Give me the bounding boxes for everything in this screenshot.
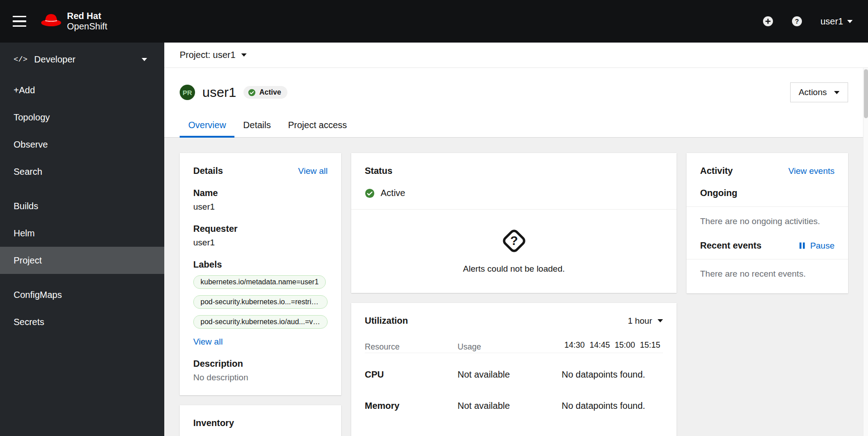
view-events-link[interactable]: View events: [788, 166, 835, 176]
utilization-row-memory: Memory Not available No datapoints found…: [365, 401, 663, 411]
resource-usage: Not available: [458, 369, 562, 380]
sidebar-item-project[interactable]: Project: [0, 247, 164, 274]
tab-overview[interactable]: Overview: [180, 113, 234, 137]
time-axis: 14:30 14:45 15:00 15:15: [562, 340, 663, 350]
label-pill[interactable]: kubernetes.io/metadata.name=user1: [193, 275, 326, 289]
sidebar-item-topology[interactable]: Topology: [0, 104, 164, 131]
usage-column-header: Usage: [458, 340, 562, 352]
redhat-hat-icon: [41, 14, 62, 29]
details-card: Details View all Name user1 Requester us…: [180, 153, 341, 395]
chevron-down-icon: [142, 58, 147, 61]
resource-column-header: Resource: [365, 340, 458, 352]
brand-line2: OpenShift: [67, 21, 107, 32]
user-menu[interactable]: user1: [820, 16, 853, 27]
activity-card: Activity View events Ongoing There are n…: [687, 153, 848, 293]
tab-project-access[interactable]: Project access: [280, 113, 356, 137]
help-icon[interactable]: ?: [792, 16, 802, 27]
masthead: Red Hat OpenShift ? user1: [0, 0, 868, 43]
check-circle-icon: [365, 188, 375, 198]
resource-name: Memory: [365, 401, 458, 411]
tab-bar: Overview Details Project access: [164, 113, 868, 138]
chevron-down-icon: [658, 319, 663, 322]
ongoing-empty-message: There are no ongoing activities.: [700, 207, 835, 237]
sidebar-item-configmaps[interactable]: ConfigMaps: [0, 281, 164, 308]
actions-label: Actions: [799, 87, 827, 97]
time-tick-label: 14:30: [564, 340, 585, 350]
nav-group-config: ConfigMaps Secrets: [0, 280, 164, 336]
status-badge-label: Active: [259, 88, 281, 96]
alerts-message: Alerts could not be loaded.: [463, 264, 565, 274]
chevron-down-icon: [847, 20, 853, 23]
user-menu-label: user1: [820, 16, 843, 27]
developer-code-icon: </>: [14, 55, 28, 64]
sidebar-item-search[interactable]: Search: [0, 158, 164, 185]
redhat-openshift-logo: Red Hat OpenShift: [41, 11, 107, 32]
labels-label: Labels: [193, 259, 328, 270]
label-pill[interactable]: pod-security.kubernetes.io...=restric...: [193, 295, 328, 309]
time-tick-label: 15:15: [640, 340, 660, 350]
svg-text:?: ?: [795, 18, 799, 25]
details-view-all-link[interactable]: View all: [298, 166, 328, 176]
time-tick-label: 15:00: [615, 340, 635, 350]
label-pill[interactable]: pod-security.kubernetes.io/aud...=v1....: [193, 315, 328, 329]
description-label: Description: [193, 359, 328, 369]
perspective-switcher[interactable]: </> Developer: [0, 43, 164, 76]
overview-content: Details View all Name user1 Requester us…: [164, 138, 868, 436]
name-value: user1: [193, 202, 328, 212]
status-state-label: Active: [381, 188, 405, 198]
duration-dropdown[interactable]: 1 hour: [628, 316, 663, 326]
check-circle-icon: [248, 89, 256, 96]
pause-events-button[interactable]: Pause: [798, 241, 835, 251]
tab-details[interactable]: Details: [234, 113, 279, 137]
resource-datapoints: No datapoints found.: [562, 369, 663, 380]
inventory-card-title: Inventory: [193, 418, 234, 428]
alerts-empty-state: ? Alerts could not be loaded.: [351, 210, 677, 293]
utilization-card: Utilization 1 hour Resource Usage 14:30: [351, 303, 677, 436]
status-badge: Active: [243, 86, 287, 99]
recent-events-section-title: Recent events: [700, 240, 762, 251]
utilization-card-title: Utilization: [365, 316, 408, 326]
requester-label: Requester: [193, 224, 328, 234]
menu-icon[interactable]: [13, 13, 26, 30]
inventory-card: Inventory 0 Deployments: [180, 405, 341, 436]
vertical-scrollbar[interactable]: [863, 68, 868, 436]
project-selector[interactable]: Project: user1: [180, 50, 247, 60]
utilization-row-cpu: CPU Not available No datapoints found.: [365, 369, 663, 380]
pause-icon: [798, 242, 806, 249]
scrollbar-thumb[interactable]: [864, 69, 868, 118]
chevron-down-icon: [241, 53, 247, 57]
resource-name: CPU: [365, 369, 458, 380]
utilization-header-row: Resource Usage 14:30 14:45 15:00: [365, 340, 663, 353]
sidebar-item-builds[interactable]: Builds: [0, 192, 164, 220]
svg-text:?: ?: [510, 234, 518, 248]
chevron-down-icon: [834, 91, 839, 94]
page-title: user1: [202, 85, 236, 100]
nav-group-resources: Builds Helm Project: [0, 192, 164, 275]
sidebar-item-observe[interactable]: Observe: [0, 131, 164, 158]
unknown-status-icon: ?: [499, 226, 529, 256]
time-tick-label: 14:45: [590, 340, 610, 350]
nav-group-main: +Add Topology Observe Search: [0, 76, 164, 186]
labels-view-all-link[interactable]: View all: [193, 337, 223, 347]
project-bar: Project: user1: [164, 43, 868, 68]
labels-list: kubernetes.io/metadata.name=user1 pod-se…: [193, 271, 328, 331]
sidebar-item-secrets[interactable]: Secrets: [0, 308, 164, 335]
status-card: Status Active: [351, 153, 677, 293]
name-label: Name: [193, 188, 328, 198]
sidebar-item-helm[interactable]: Helm: [0, 220, 164, 247]
page-header: PR user1 Active Actions Overview Details: [164, 68, 868, 138]
quick-create-plus-icon[interactable]: [763, 16, 773, 27]
perspective-label: Developer: [34, 54, 76, 65]
resource-datapoints: No datapoints found.: [562, 401, 663, 411]
sidebar-item-add[interactable]: +Add: [0, 77, 164, 104]
sidebar-nav: </> Developer +Add Topology Observe Sear…: [0, 43, 164, 436]
actions-dropdown[interactable]: Actions: [790, 82, 848, 102]
duration-label: 1 hour: [628, 316, 652, 326]
activity-card-title: Activity: [700, 166, 733, 176]
details-card-title: Details: [193, 166, 223, 176]
status-card-title: Status: [365, 166, 392, 176]
description-value: No description: [193, 373, 328, 383]
project-resource-badge: PR: [180, 85, 195, 100]
main-area: Project: user1 PR user1 Active Actions: [164, 43, 868, 436]
recent-events-empty-message: There are no recent events.: [700, 259, 835, 281]
